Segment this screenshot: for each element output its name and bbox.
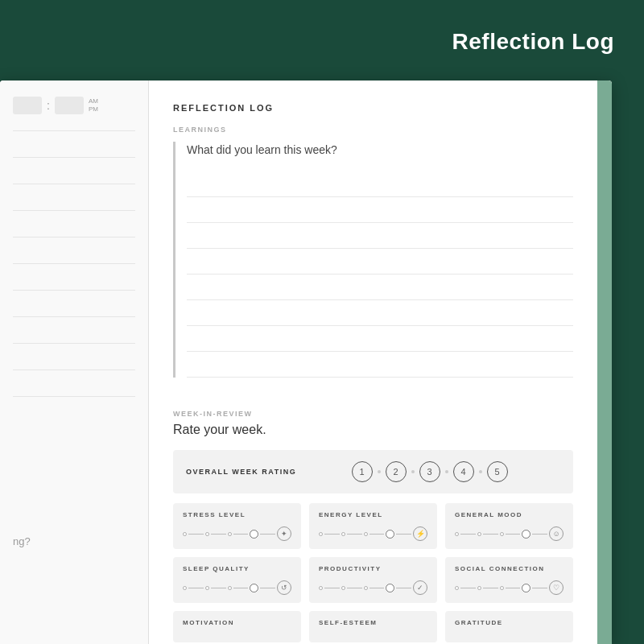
left-line-9 <box>13 343 135 344</box>
ruled-line-1 <box>187 171 573 197</box>
week-review-label: WEEK-IN-REVIEW <box>173 410 573 418</box>
sleep-icon: ↺ <box>277 580 291 595</box>
left-line-4 <box>13 210 135 211</box>
rating-5[interactable]: 5 <box>487 461 508 482</box>
left-question-text: ng? <box>13 535 31 547</box>
slider-line <box>188 588 204 588</box>
stress-level-label: STRESS LEVEL <box>183 511 291 518</box>
category-gratitude: GRATITUDE <box>445 611 573 642</box>
energy-level-label: ENERGY LEVEL <box>319 511 427 518</box>
ruled-lines <box>187 171 573 378</box>
slider-dot-lg <box>386 530 394 539</box>
stress-slider[interactable]: ✦ <box>183 526 291 541</box>
energy-slider[interactable]: ⚡ <box>319 526 427 541</box>
mood-slider[interactable]: ☺ <box>455 526 564 541</box>
time-colon: : <box>47 99 50 112</box>
rating-3[interactable]: 3 <box>419 461 440 482</box>
left-line-6 <box>13 263 135 264</box>
category-motivation: MOTIVATION <box>173 611 301 642</box>
ruled-line-8 <box>187 352 573 378</box>
slider-dot-sm-3 <box>364 532 368 536</box>
slider-line-3 <box>506 534 521 535</box>
slider-line-4 <box>260 588 275 588</box>
green-edge <box>597 80 612 644</box>
slider-dot-lg <box>522 530 530 539</box>
slider-line-3 <box>369 534 385 535</box>
slider-dot-sm-2 <box>477 586 481 590</box>
general-mood-label: GENERAL MOOD <box>455 511 564 518</box>
dot-2 <box>411 470 415 473</box>
slider-dot-sm <box>455 586 459 590</box>
rating-numbers: 1 2 3 4 5 <box>299 461 560 482</box>
slider-dot-lg <box>250 530 258 539</box>
learnings-area: What did you learn this week? <box>173 142 573 378</box>
sleep-slider[interactable]: ↺ <box>183 580 291 595</box>
slider-line <box>188 534 204 535</box>
social-slider[interactable]: ♡ <box>455 580 564 595</box>
slider-line-2 <box>211 534 226 535</box>
left-line-3 <box>13 184 135 184</box>
slider-dot-sm-2 <box>205 532 209 536</box>
slider-dot-sm-3 <box>500 532 504 536</box>
category-productivity: PRODUCTIVITY ✓ <box>309 557 437 603</box>
slider-dot-sm <box>319 586 323 590</box>
productivity-slider[interactable]: ✓ <box>319 580 427 595</box>
category-social-connection: SOCIAL CONNECTION ♡ <box>445 557 573 603</box>
time-hour <box>13 97 42 114</box>
slider-dot-sm-3 <box>500 586 504 590</box>
sleep-quality-label: SLEEP QUALITY <box>183 565 291 572</box>
slider-dot-sm-2 <box>477 532 481 536</box>
left-panel: : AM PM ng? <box>0 80 149 644</box>
slider-line-3 <box>369 588 385 588</box>
slider-line <box>460 534 476 535</box>
left-line-11 <box>13 396 135 397</box>
category-sleep-quality: SLEEP QUALITY ↺ <box>173 557 301 603</box>
ruled-line-6 <box>187 300 573 326</box>
productivity-icon: ✓ <box>413 580 427 595</box>
slider-dot-sm <box>455 532 459 536</box>
left-line-8 <box>13 316 135 317</box>
left-line-2 <box>13 157 135 158</box>
slider-dot-sm <box>183 586 187 590</box>
slider-line <box>324 534 340 535</box>
category-grid: STRESS LEVEL ✦ ENERGY LE <box>173 503 573 642</box>
slider-line-4 <box>260 534 275 535</box>
learnings-prompt: What did you learn this week? <box>187 142 573 159</box>
slider-line-3 <box>233 534 249 535</box>
overall-rating-box: OVERALL WEEK RATING 1 2 3 4 5 <box>173 450 573 493</box>
slider-dot-sm-3 <box>228 532 232 536</box>
left-line-1 <box>13 130 135 131</box>
mood-icon: ☺ <box>549 526 564 541</box>
rating-1[interactable]: 1 <box>352 461 373 482</box>
slider-line-3 <box>233 588 249 588</box>
ruled-line-4 <box>187 249 573 275</box>
time-display: : AM PM <box>13 97 135 114</box>
stress-icon: ✦ <box>277 526 291 541</box>
learnings-label: LEARNINGS <box>173 126 573 134</box>
rating-2[interactable]: 2 <box>386 461 407 482</box>
main-container: : AM PM ng? REFLECTION LOG LEARNINGS <box>0 80 612 644</box>
ruled-line-2 <box>187 197 573 223</box>
overall-rating-label: OVERALL WEEK RATING <box>186 468 299 476</box>
ruled-line-7 <box>187 326 573 352</box>
category-self-esteem: SELF-ESTEEM <box>309 611 437 642</box>
slider-dot-sm-3 <box>364 586 368 590</box>
productivity-label: PRODUCTIVITY <box>319 565 427 572</box>
slider-dot-lg <box>250 584 258 592</box>
slider-line-4 <box>532 588 547 588</box>
right-panel: REFLECTION LOG LEARNINGS What did you le… <box>149 80 597 644</box>
ampm-indicator: AM PM <box>89 97 98 114</box>
left-line-7 <box>13 290 135 291</box>
slider-dot-sm <box>319 532 323 536</box>
category-general-mood: GENERAL MOOD ☺ <box>445 503 573 549</box>
rating-4[interactable]: 4 <box>453 461 474 482</box>
slider-line <box>324 588 340 588</box>
slider-line-2 <box>483 534 498 535</box>
slider-line-2 <box>347 588 362 588</box>
social-icon: ♡ <box>549 580 564 595</box>
week-review-section: WEEK-IN-REVIEW Rate your week. OVERALL W… <box>173 397 573 642</box>
slider-line-4 <box>532 534 547 535</box>
slider-dot-sm-2 <box>341 586 345 590</box>
left-line-5 <box>13 237 135 237</box>
slider-line-2 <box>483 588 498 588</box>
